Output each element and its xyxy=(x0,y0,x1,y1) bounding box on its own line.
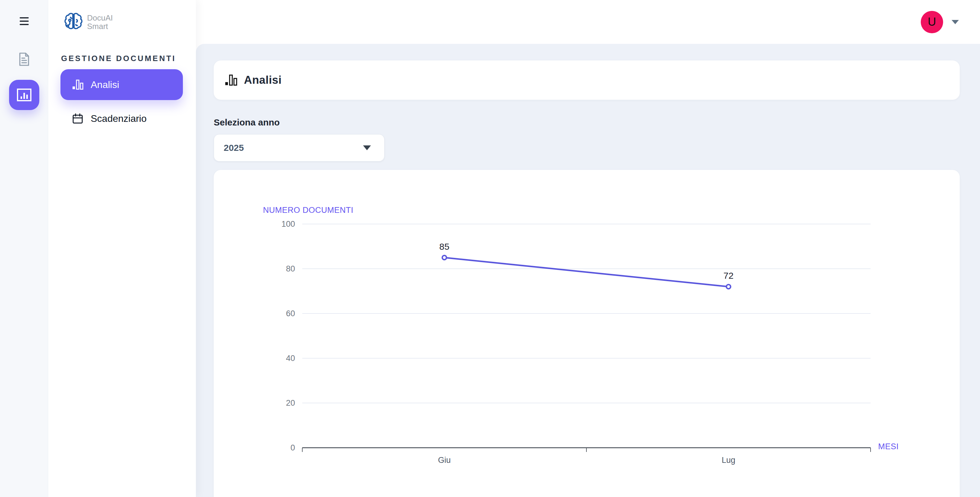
app-root: DocuAI Smart GESTIONE DOCUMENTI Analisi xyxy=(0,0,980,497)
bar-chart-icon xyxy=(224,74,237,86)
line-chart: 020406080100GiuLug8572 xyxy=(214,170,960,496)
brand-name: DocuAI Smart xyxy=(87,14,113,30)
content-panel: Analisi Seleziona anno 2025 NUMERO DOCUM… xyxy=(196,44,980,497)
brand-name-line2: Smart xyxy=(87,22,113,30)
icon-rail xyxy=(0,0,48,497)
rail-documents-button[interactable] xyxy=(15,51,33,68)
main-column: U Analisi Seleziona anno 2025 NUMERO xyxy=(196,0,980,497)
document-icon xyxy=(17,52,31,67)
user-menu[interactable]: U xyxy=(921,11,959,33)
y-tick-label: 40 xyxy=(286,354,295,363)
chevron-down-icon xyxy=(363,145,371,150)
sidebar-item-analisi[interactable]: Analisi xyxy=(60,69,183,100)
year-filter-label: Seleziona anno xyxy=(214,117,980,127)
brain-logo-icon xyxy=(63,13,84,32)
menu-toggle-button[interactable] xyxy=(18,16,31,27)
y-tick-label: 100 xyxy=(282,220,295,229)
bar-chart-frame-icon xyxy=(16,88,32,102)
sidebar-item-scadenziario[interactable]: Scadenziario xyxy=(60,103,183,134)
sidebar: DocuAI Smart GESTIONE DOCUMENTI Analisi xyxy=(48,0,196,497)
data-point-label: 85 xyxy=(439,242,449,252)
data-point[interactable] xyxy=(726,285,730,289)
y-tick-label: 20 xyxy=(286,398,295,408)
calendar-icon xyxy=(72,113,83,124)
data-point-label: 72 xyxy=(723,271,733,280)
sidebar-section-title: GESTIONE DOCUMENTI xyxy=(61,54,196,63)
y-tick-label: 0 xyxy=(291,443,295,452)
bar-chart-icon xyxy=(72,79,83,90)
avatar-initial: U xyxy=(928,16,936,29)
sidebar-item-label: Analisi xyxy=(91,79,119,91)
x-tick-label: Giu xyxy=(438,456,451,465)
sidebar-item-label: Scadenziario xyxy=(91,113,146,124)
year-select[interactable]: 2025 xyxy=(214,134,385,161)
year-select-value: 2025 xyxy=(224,143,244,153)
rail-analytics-button[interactable] xyxy=(9,80,39,110)
brand-logo: DocuAI Smart xyxy=(48,0,196,35)
avatar[interactable]: U xyxy=(921,11,943,33)
x-tick-label: Lug xyxy=(722,456,735,465)
page-title-card: Analisi xyxy=(214,61,960,100)
data-point[interactable] xyxy=(442,255,447,260)
sidebar-nav: Analisi Scadenziario xyxy=(48,69,196,134)
chart-card: NUMERO DOCUMENTI MESI 020406080100GiuLug… xyxy=(214,170,960,497)
hamburger-icon xyxy=(20,17,29,18)
top-bar: U xyxy=(196,0,980,44)
page-title: Analisi xyxy=(244,74,282,86)
brand-name-line1: DocuAI xyxy=(87,14,113,22)
chevron-down-icon[interactable] xyxy=(951,20,959,24)
y-tick-label: 60 xyxy=(286,309,295,318)
y-tick-label: 80 xyxy=(286,264,295,273)
series-line xyxy=(444,258,729,287)
